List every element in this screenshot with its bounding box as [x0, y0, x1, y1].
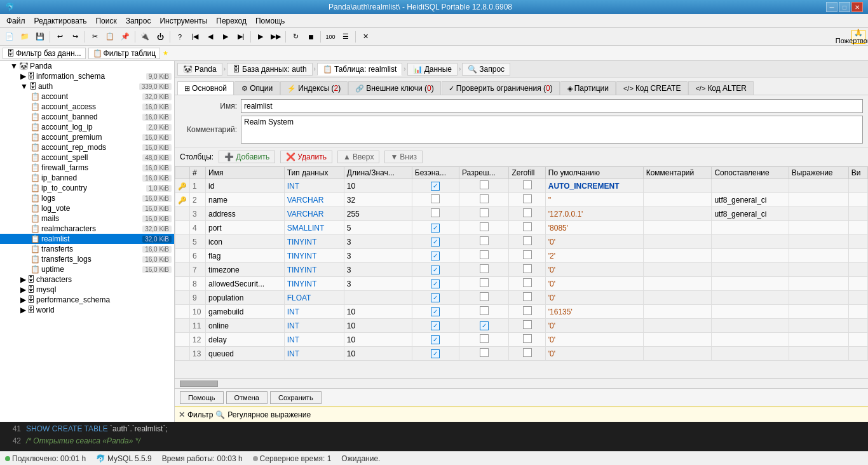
tree-table-realmcharacters[interactable]: 📋 realmcharacters 32,0 KiB — [0, 224, 174, 234]
type-link[interactable]: TINYINT — [287, 266, 317, 274]
table-row[interactable]: 3addressVARCHAR255'127.0.0.1'utf8_genera… — [175, 207, 868, 221]
tree-table-transferts-logs[interactable]: 📋 transferts_logs 16,0 KiB — [0, 254, 174, 264]
notnull-checkbox[interactable] — [431, 208, 440, 217]
breadcrumb-auth-db[interactable]: 🗄 База данных: auth — [227, 63, 313, 76]
move-up-button[interactable]: ▲ Вверх — [337, 151, 379, 163]
tree-db-characters[interactable]: ▶ 🗄 characters — [0, 274, 174, 285]
toolbar-next-btn[interactable]: ▶ — [219, 30, 233, 44]
col-unsigned[interactable] — [459, 235, 509, 249]
type-link[interactable]: SMALLINT — [287, 224, 325, 232]
table-row[interactable]: 7timezoneTINYINT3'0' — [175, 263, 868, 277]
tree-table-account-premium[interactable]: 📋 account_premium 16,0 KiB — [0, 132, 174, 142]
tab-partitions[interactable]: ◈ Партиции — [560, 81, 616, 95]
notnull-checkbox[interactable] — [431, 252, 440, 260]
tree-table-logs[interactable]: 📋 logs 16,0 KiB — [0, 193, 174, 203]
minimize-button[interactable]: ─ — [826, 2, 837, 12]
zerofill-checkbox[interactable] — [523, 194, 532, 203]
unsigned-checkbox[interactable] — [480, 278, 489, 287]
type-link[interactable]: TINYINT — [287, 252, 317, 260]
tab-indexes[interactable]: ⚡ Индексы (2) — [280, 81, 348, 95]
donate-button[interactable]: 🙏 Пожертвовать — [851, 30, 865, 44]
zerofill-checkbox[interactable] — [523, 264, 532, 273]
unsigned-checkbox[interactable] — [480, 334, 489, 343]
zerofill-checkbox[interactable] — [523, 292, 532, 301]
col-type[interactable]: INT — [284, 305, 344, 319]
col-zerofill[interactable] — [509, 235, 545, 249]
tree-root-panda[interactable]: ▼ 🐼 Panda — [0, 61, 174, 71]
toolbar-open-btn[interactable]: 📁 — [18, 30, 32, 44]
col-notnull[interactable] — [412, 193, 459, 207]
filter-close-button[interactable]: ✕ — [179, 410, 185, 419]
tree-table-realmlist[interactable]: 📋 realmlist 32,0 KiB — [0, 234, 174, 244]
breadcrumb-realmlist-table[interactable]: 📋 Таблица: realmlist — [317, 63, 402, 76]
toolbar-new-btn[interactable]: 📄 — [3, 30, 17, 44]
col-type[interactable]: TINYINT — [284, 249, 344, 263]
notnull-checkbox[interactable] — [431, 182, 440, 191]
col-notnull[interactable] — [412, 305, 459, 319]
toolbar-first-btn[interactable]: |◀ — [188, 30, 202, 44]
col-unsigned[interactable] — [459, 291, 509, 305]
zerofill-checkbox[interactable] — [523, 208, 532, 217]
col-type[interactable]: INT — [284, 319, 344, 333]
type-link[interactable]: INT — [287, 321, 299, 330]
toolbar-stop-btn[interactable]: ⏹ — [304, 30, 318, 44]
tree-table-account[interactable]: 📋 account 32,0 KiB — [0, 91, 174, 102]
col-zerofill[interactable] — [509, 263, 545, 277]
add-column-button[interactable]: ➕ Добавить — [219, 151, 275, 163]
type-link[interactable]: TINYINT — [287, 280, 317, 288]
unsigned-checkbox[interactable] — [480, 194, 489, 203]
table-row[interactable]: 13queuedINT10'0' — [175, 347, 868, 361]
type-link[interactable]: INT — [287, 335, 299, 344]
close-button[interactable]: ✕ — [851, 2, 863, 12]
tree-db-mysql[interactable]: ▶ 🗄 mysql — [0, 285, 174, 295]
tree-table-account-access[interactable]: 📋 account_access 16,0 KiB — [0, 102, 174, 112]
col-zerofill[interactable] — [509, 333, 545, 347]
zerofill-checkbox[interactable] — [523, 180, 532, 189]
notnull-checkbox[interactable] — [431, 224, 440, 232]
menu-edit[interactable]: Редактировать — [31, 15, 91, 27]
notnull-checkbox[interactable] — [431, 293, 440, 302]
col-zerofill[interactable] — [509, 179, 545, 193]
tree-table-transferts[interactable]: 📋 transferts 16,0 KiB — [0, 244, 174, 254]
col-notnull[interactable] — [412, 249, 459, 263]
col-type[interactable]: TINYINT — [284, 235, 344, 249]
col-unsigned[interactable] — [459, 347, 509, 361]
col-unsigned[interactable] — [459, 179, 509, 193]
toolbar-save-btn[interactable]: 💾 — [33, 30, 47, 44]
maximize-button[interactable]: □ — [839, 2, 850, 12]
tree-table-log-vote[interactable]: 📋 log_vote 16,0 KiB — [0, 203, 174, 213]
tree-table-account-banned[interactable]: 📋 account_banned 16,0 KiB — [0, 112, 174, 122]
zerofill-checkbox[interactable] — [523, 320, 532, 329]
col-notnull[interactable] — [412, 277, 459, 291]
tree-db-auth[interactable]: ▼ 🗄 auth 339,0 KiB — [0, 81, 174, 91]
save-button[interactable]: Сохранить — [270, 391, 322, 404]
col-type[interactable]: TINYINT — [284, 263, 344, 277]
tree-table-mails[interactable]: 📋 mails 16,0 KiB — [0, 213, 174, 224]
type-link[interactable]: VARCHAR — [287, 210, 324, 219]
col-notnull[interactable] — [412, 179, 459, 193]
notnull-checkbox[interactable] — [431, 349, 440, 358]
col-notnull[interactable] — [412, 263, 459, 277]
col-notnull[interactable] — [412, 291, 459, 305]
col-type[interactable]: INT — [284, 179, 344, 193]
scrollbar-thumb[interactable] — [180, 381, 218, 387]
move-down-button[interactable]: ▼ Вниз — [384, 151, 423, 163]
col-unsigned[interactable] — [459, 277, 509, 291]
unsigned-checkbox[interactable] — [480, 250, 489, 259]
notnull-checkbox[interactable] — [431, 266, 440, 274]
tree-table-account-spell[interactable]: 📋 account_spell 48,0 KiB — [0, 152, 174, 163]
toolbar-paste-btn[interactable]: 📌 — [118, 30, 132, 44]
tree-db-performance-schema[interactable]: ▶ 🗄 performance_schema — [0, 295, 174, 305]
toolbar-run-btn[interactable]: ▶ — [254, 30, 268, 44]
col-unsigned[interactable] — [459, 263, 509, 277]
col-zerofill[interactable] — [509, 207, 545, 221]
zerofill-checkbox[interactable] — [523, 236, 532, 245]
table-row[interactable]: 🔑1idINT10AUTO_INCREMENT — [175, 179, 868, 193]
col-unsigned[interactable] — [459, 249, 509, 263]
table-row[interactable]: 10gamebuildINT10'16135' — [175, 305, 868, 319]
breadcrumb-panda[interactable]: 🐼 Panda — [177, 63, 222, 76]
help-button[interactable]: Помощь — [180, 391, 224, 404]
col-zerofill[interactable] — [509, 305, 545, 319]
type-link[interactable]: INT — [287, 307, 299, 316]
col-zerofill[interactable] — [509, 249, 545, 263]
